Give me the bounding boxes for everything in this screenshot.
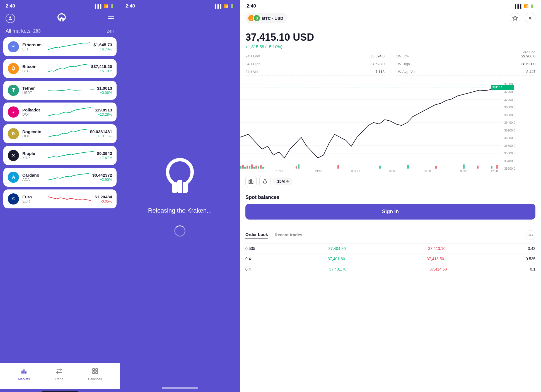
svg-rect-46 [253, 167, 255, 169]
svg-rect-71 [252, 181, 253, 183]
eur-chart [48, 194, 91, 204]
status-bar-3: 2:40 ▌▌▌ 📶 🔋 [240, 0, 541, 11]
pair-badge[interactable]: ₿ $ BTC - USD [245, 13, 287, 23]
svg-marker-11 [513, 16, 518, 20]
svg-rect-7 [96, 372, 98, 374]
svg-text:09:00: 09:00 [460, 170, 467, 173]
svg-text:06:00: 06:00 [424, 170, 431, 173]
trading-panel: 2:40 ▌▌▌ 📶 🔋 ₿ $ BTC - USD [240, 0, 541, 392]
more-options-button[interactable]: ••• [526, 230, 535, 240]
svg-rect-44 [249, 166, 250, 169]
usdt-icon: ₮ [8, 85, 19, 96]
stat-row: 1W Avg. Vol 8,447 [396, 68, 535, 76]
pair-icons: ₿ $ [248, 14, 260, 22]
svg-text:35600.0: 35600.0 [504, 152, 515, 155]
eth-icon: Ξ [8, 41, 19, 52]
svg-rect-59 [491, 166, 492, 169]
stat-row: 24H Low 35,394.8 [245, 52, 385, 60]
eur-icon: € [8, 193, 19, 204]
usdt-price: $1.0013 +0.06% [97, 86, 112, 95]
svg-text:36000.0: 36000.0 [504, 136, 515, 140]
dot-chart [48, 107, 91, 117]
nav-markets[interactable]: Markets [18, 368, 30, 381]
svg-text:03:00: 03:00 [388, 170, 395, 173]
status-bar-2: 2:40 ▌▌▌ 📶 🔋 [120, 0, 240, 11]
list-item[interactable]: Ξ Ethereum ETH $1,645.73 +6.74% [3, 37, 117, 56]
price-chart[interactable]: 37600.0 37200.0 37000.0 36800.0 36600.0 … [240, 78, 541, 173]
markets-panel: 2:40 ▌▌▌ 📶 🔋 All markets 283 24H [0, 0, 120, 392]
svg-text:12:00: 12:00 [491, 170, 498, 173]
stats-left: 24H Low 35,394.8 24H High 37,523.0 24H V… [245, 52, 390, 76]
list-item[interactable]: ₮ Tether USDT $1.0013 +0.06% [3, 81, 117, 100]
list-item[interactable]: ✕ Ripple XRP $0.3943 +7.47% [3, 146, 117, 165]
price-change: +1,815.58 (+5.10%) [245, 44, 535, 49]
bottom-nav: Markets Trade Balances [0, 363, 120, 389]
chart-tools: 15M [240, 173, 541, 190]
svg-rect-72 [264, 181, 267, 183]
svg-text:37000.0: 37000.0 [504, 98, 515, 101]
splash-text: Releasing the Kraken... [148, 207, 212, 214]
eth-chart [48, 42, 90, 52]
timeframe-button[interactable]: 15M [273, 177, 293, 185]
list-item[interactable]: ₳ Cardano ADA $0.442372 +2.90% [3, 168, 117, 187]
xrp-info: Ripple XRP [22, 151, 45, 160]
stat-row: 24H High 37,523.0 [245, 60, 385, 68]
signin-button[interactable]: Sign in [245, 204, 535, 220]
svg-rect-3 [25, 371, 26, 374]
btc-icon: ₿ [8, 63, 19, 74]
timeframe-dot [286, 180, 289, 182]
tab-order-book[interactable]: Order book [245, 232, 268, 238]
doge-icon: Ð [8, 128, 19, 139]
markets-title: All markets [6, 28, 30, 34]
list-item[interactable]: Ð Dogecoin DOGE $0.0361481 +13.11% [3, 124, 117, 143]
time-2: 2:40 [125, 3, 135, 9]
menu-icon[interactable] [108, 16, 114, 20]
ada-chart [48, 172, 89, 182]
markets-count: 283 [33, 29, 41, 34]
list-item[interactable]: € Euro EUR $1.20484 -0.05% [3, 189, 117, 208]
wifi-icon-2: 📶 [224, 4, 228, 8]
svg-rect-55 [407, 165, 409, 169]
pair-label: BTC - USD [262, 16, 283, 21]
nav-balances[interactable]: Balances [88, 368, 102, 381]
close-button[interactable] [525, 13, 535, 23]
table-row: 0.535 37,404.80 37,413.10 0.43 [245, 244, 535, 254]
svg-rect-53 [337, 165, 339, 169]
list-item[interactable]: ● Polkadot DOT $19.8913 +13.28% [3, 103, 117, 121]
svg-rect-2 [23, 369, 25, 374]
dot-price: $19.8913 +13.28% [95, 108, 112, 116]
status-icons-2: ▌▌▌ 📶 🔋 [215, 4, 234, 8]
lock-button[interactable] [259, 176, 270, 187]
splash-panel: 2:40 ▌▌▌ 📶 🔋 Releasing the Kraken... [120, 0, 240, 392]
list-item[interactable]: ₿ Bitcoin BTC $37,415.20 +5.10% [3, 59, 117, 78]
svg-rect-9 [177, 180, 182, 193]
svg-rect-43 [247, 166, 248, 169]
avatar-icon[interactable] [6, 14, 15, 23]
status-icons-1: ▌▌▌ 📶 🔋 [95, 4, 114, 8]
svg-point-0 [9, 16, 11, 18]
svg-rect-52 [298, 164, 300, 169]
ada-info: Cardano ADA [22, 173, 45, 182]
svg-text:18:00: 18:00 [276, 170, 283, 173]
svg-rect-58 [477, 166, 479, 169]
timeframe-label: 15M [277, 179, 285, 184]
markets-header: All markets 283 24H [0, 28, 120, 37]
stats-right: 24h Chg 1W Low 29,900.0 1W High 38,621.0… [390, 52, 535, 76]
watchlist-button[interactable] [510, 13, 520, 23]
svg-rect-1 [21, 371, 23, 374]
svg-rect-40 [240, 166, 241, 169]
wifi-icon-3: 📶 [524, 4, 528, 8]
doge-price: $0.0361481 +13.11% [90, 129, 112, 138]
svg-rect-8 [172, 182, 177, 193]
svg-rect-10 [183, 182, 188, 193]
markets-period: 24H [107, 29, 114, 33]
tab-recent-trades[interactable]: Recent trades [275, 232, 302, 238]
main-price: 37,415.10 USD [245, 31, 535, 43]
chart-type-button[interactable] [245, 176, 257, 187]
nav-trade[interactable]: Trade [55, 368, 63, 381]
svg-text:03 Feb: 03 Feb [351, 170, 360, 173]
time-3: 2:40 [247, 3, 256, 9]
btc-price: $37,415.20 +5.10% [91, 64, 112, 73]
stat-row: 1W Low 29,900.0 [396, 52, 535, 60]
dot-icon: ● [8, 106, 19, 118]
